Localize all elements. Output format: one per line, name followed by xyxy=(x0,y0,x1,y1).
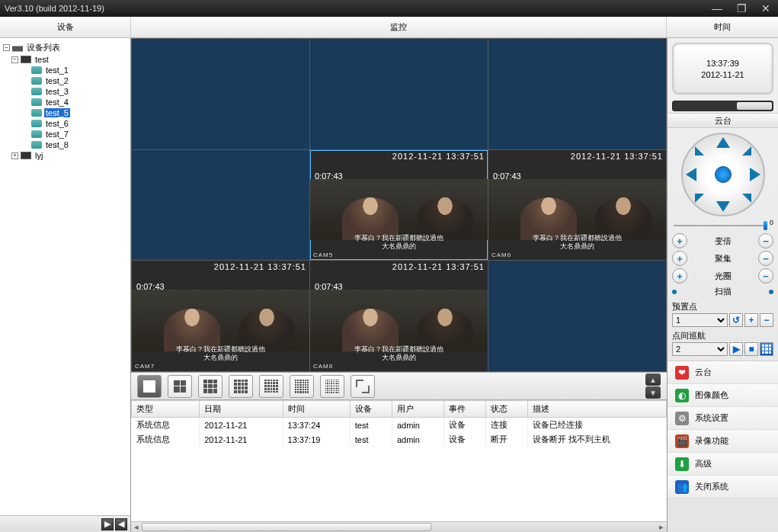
menu-label: 录像功能 xyxy=(695,435,728,447)
page-up-button[interactable]: ▲ xyxy=(645,373,661,386)
video-cell[interactable] xyxy=(310,39,488,149)
ptz-up-button[interactable] xyxy=(716,137,730,148)
layout-36-button[interactable] xyxy=(290,375,314,398)
clock-widget: 13:37:39 2012-11-21 xyxy=(672,43,773,95)
scroll-left-icon[interactable]: ◂ xyxy=(131,522,142,532)
tree-camera-label[interactable]: test_6 xyxy=(44,119,70,128)
right-menu-item[interactable]: 🎬录像功能 xyxy=(668,430,778,453)
right-menu-item[interactable]: ⬇高级 xyxy=(668,453,778,476)
log-header-cell[interactable]: 设备 xyxy=(350,401,392,418)
ptz-upright-button[interactable] xyxy=(742,146,751,155)
right-menu-item[interactable]: ◐图像颜色 xyxy=(668,384,778,407)
scroll-right-icon[interactable]: ▸ xyxy=(656,522,667,532)
camera-icon xyxy=(31,98,42,106)
ptz-minus-button[interactable]: − xyxy=(758,251,773,266)
menu-label: 系统设置 xyxy=(695,412,728,424)
ptz-plus-button[interactable]: + xyxy=(672,233,687,248)
log-row[interactable]: 系统信息2012-11-2113:37:24testadmin设备连接设备已经连… xyxy=(132,418,667,433)
ptz-minus-button[interactable]: − xyxy=(758,268,773,284)
log-header-cell[interactable]: 用户 xyxy=(392,401,443,418)
titlebar: Ver3.10 (build 2012-11-19) — ❐ ✕ xyxy=(0,0,778,17)
log-header-cell[interactable]: 状态 xyxy=(486,401,528,418)
ptz-downleft-button[interactable] xyxy=(695,194,704,203)
header-device: 设备 xyxy=(0,17,131,37)
cruise-select[interactable]: 2 xyxy=(672,342,728,356)
osd-timestamp: 2012-11-21 13:37:51 xyxy=(214,262,306,271)
tree-camera-label[interactable]: test_4 xyxy=(44,98,70,107)
log-cell: 13:37:24 xyxy=(283,418,350,433)
right-menu-item[interactable]: ❤云台 xyxy=(668,361,778,384)
tree-device-label[interactable]: lyj xyxy=(34,151,44,160)
preset-add-button[interactable]: + xyxy=(744,313,758,327)
tree-camera-label[interactable]: test_1 xyxy=(44,66,70,75)
ptz-downright-button[interactable] xyxy=(742,194,751,203)
video-cell[interactable]: 2012-11-21 13:37:51 0:07:43 李慕白？我在新疆都聽說過… xyxy=(488,150,666,261)
log-scrollbar[interactable]: ◂ ▸ xyxy=(131,521,667,532)
tree-camera-label[interactable]: test_5 xyxy=(44,108,70,117)
device-tree[interactable]: −设备列表−testtest_1test_2test_3test_4test_5… xyxy=(0,38,130,515)
video-cell[interactable] xyxy=(132,39,309,149)
ptz-upleft-button[interactable] xyxy=(695,146,704,155)
cruise-play-button[interactable]: ▶ xyxy=(729,342,743,356)
ptz-plus-button[interactable]: + xyxy=(672,251,687,266)
layout-64-button[interactable] xyxy=(320,375,344,398)
log-header-cell[interactable]: 类型 xyxy=(132,401,200,418)
tree-camera-label[interactable]: test_3 xyxy=(44,87,70,96)
cruise-edit-button[interactable] xyxy=(760,342,773,356)
video-cell[interactable]: 2012-11-21 13:37:51 0:07:43 李慕白？我在新疆都聽說過… xyxy=(310,261,488,371)
tree-camera-label[interactable]: test_2 xyxy=(44,76,70,85)
menu-label: 关闭系统 xyxy=(695,481,728,492)
tree-prev-button[interactable]: ◀ xyxy=(115,518,127,530)
tree-camera-label[interactable]: test_7 xyxy=(44,130,70,139)
preset-select[interactable]: 1 xyxy=(672,313,728,327)
cruise-stop-button[interactable]: ■ xyxy=(744,342,758,356)
layout-4-button[interactable] xyxy=(168,375,192,398)
minimize-button[interactable]: — xyxy=(709,3,725,14)
clock-time: 13:37:39 xyxy=(706,59,739,68)
menu-label: 图像颜色 xyxy=(695,389,728,401)
camera-icon xyxy=(31,130,42,138)
ptz-plus-button[interactable]: + xyxy=(672,268,687,284)
osd-timestamp: 2012-11-21 13:37:51 xyxy=(571,152,663,161)
tree-device-label[interactable]: test xyxy=(34,55,50,64)
layout-25-button[interactable] xyxy=(259,375,283,398)
scroll-thumb[interactable] xyxy=(142,523,431,531)
ptz-left-button[interactable] xyxy=(686,168,696,181)
tree-root-label[interactable]: 设备列表 xyxy=(25,42,62,53)
close-button[interactable]: ✕ xyxy=(758,3,773,14)
video-cell[interactable] xyxy=(488,261,666,371)
video-cell[interactable] xyxy=(488,39,666,149)
page-down-button[interactable]: ▼ xyxy=(645,386,661,399)
ptz-minus-button[interactable]: − xyxy=(758,233,773,248)
tree-camera-label[interactable]: test_8 xyxy=(44,140,70,149)
header-tabs: 设备 监控 时间 xyxy=(0,17,778,38)
ptz-center-button[interactable] xyxy=(715,166,732,183)
right-menu-item[interactable]: ⚙系统设置 xyxy=(668,407,778,430)
fullscreen-button[interactable] xyxy=(351,375,375,398)
ptz-down-button[interactable] xyxy=(716,201,730,212)
log-header-cell[interactable]: 时间 xyxy=(283,401,350,418)
layout-1-button[interactable] xyxy=(137,375,162,398)
preset-remove-button[interactable]: − xyxy=(760,313,773,327)
layout-9-button[interactable] xyxy=(198,375,223,398)
tree-toggle-icon[interactable]: − xyxy=(11,56,18,63)
storage-bar xyxy=(672,101,773,111)
layout-16-button[interactable] xyxy=(229,375,253,398)
tree-toggle-icon[interactable]: + xyxy=(11,152,18,159)
ptz-right-button[interactable] xyxy=(750,168,760,181)
video-cell[interactable]: 2012-11-21 13:37:51 0:07:43 李慕白？我在新疆都聽說過… xyxy=(132,261,309,371)
log-header-cell[interactable]: 日期 xyxy=(200,401,283,418)
right-menu-item[interactable]: 👥关闭系统 xyxy=(668,476,778,498)
menu-icon: 👥 xyxy=(675,480,689,494)
ptz-speed-slider[interactable]: 0 xyxy=(674,223,772,229)
maximize-button[interactable]: ❐ xyxy=(734,3,749,14)
tree-next-button[interactable]: ▶ xyxy=(101,518,114,530)
tree-toggle-icon[interactable]: − xyxy=(3,44,10,51)
video-cell[interactable] xyxy=(132,150,309,261)
log-header-cell[interactable]: 描述 xyxy=(528,401,667,418)
video-cell[interactable]: 2012-11-21 13:37:51 0:07:43 李慕白？我在新疆都聽說過… xyxy=(310,150,488,261)
right-menu: ❤云台◐图像颜色⚙系统设置🎬录像功能⬇高级👥关闭系统 xyxy=(668,361,778,498)
log-row[interactable]: 系统信息2012-11-2113:37:19testadmin设备断开设备断开 … xyxy=(132,432,667,447)
log-header-cell[interactable]: 事件 xyxy=(443,401,485,418)
preset-goto-button[interactable]: ↺ xyxy=(729,313,743,327)
